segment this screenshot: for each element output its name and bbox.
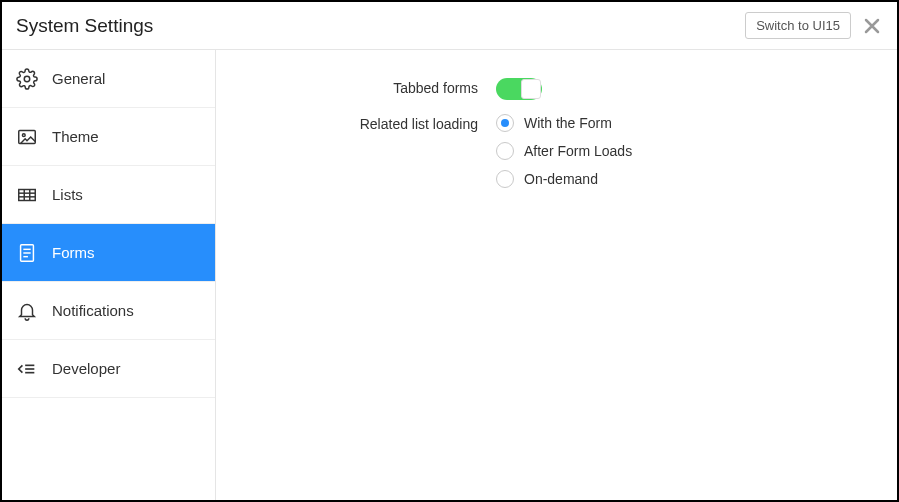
sidebar-item-general[interactable]: General [2, 50, 215, 108]
page-title: System Settings [16, 15, 153, 37]
radio-label: With the Form [524, 115, 612, 131]
code-icon [16, 358, 38, 380]
form-icon [16, 242, 38, 264]
image-icon [16, 126, 38, 148]
sidebar-item-theme[interactable]: Theme [2, 108, 215, 166]
sidebar-item-developer[interactable]: Developer [2, 340, 215, 398]
radio-option-on-demand[interactable]: On-demand [496, 170, 873, 188]
radio-indicator [496, 142, 514, 160]
sidebar-item-notifications[interactable]: Notifications [2, 282, 215, 340]
sidebar-item-label: Notifications [52, 302, 134, 319]
svg-point-0 [24, 76, 30, 82]
radio-label: On-demand [524, 171, 598, 187]
close-icon [862, 16, 882, 36]
sidebar-item-forms[interactable]: Forms [2, 224, 215, 282]
bell-icon [16, 300, 38, 322]
tabbed-forms-row: Tabbed forms [240, 78, 873, 100]
gear-icon [16, 68, 38, 90]
sidebar-item-label: General [52, 70, 105, 87]
related-list-loading-row: Related list loading With the Form After… [240, 114, 873, 188]
sidebar-item-label: Lists [52, 186, 83, 203]
content-panel: Tabbed forms Related list loading With t… [216, 50, 897, 500]
header: System Settings Switch to UI15 [2, 2, 897, 50]
settings-window: System Settings Switch to UI15 General T… [0, 0, 899, 502]
tabbed-forms-toggle[interactable] [496, 78, 542, 100]
body: General Theme Lists Forms [2, 50, 897, 500]
svg-rect-3 [19, 189, 36, 200]
radio-label: After Form Loads [524, 143, 632, 159]
header-actions: Switch to UI15 [745, 12, 883, 39]
related-list-loading-radios: With the Form After Form Loads On-demand [496, 114, 873, 188]
radio-indicator [496, 114, 514, 132]
sidebar: General Theme Lists Forms [2, 50, 216, 500]
sidebar-item-label: Forms [52, 244, 95, 261]
close-button[interactable] [861, 15, 883, 37]
radio-indicator [496, 170, 514, 188]
radio-option-with-form[interactable]: With the Form [496, 114, 873, 132]
tabbed-forms-label: Tabbed forms [240, 78, 496, 96]
sidebar-item-lists[interactable]: Lists [2, 166, 215, 224]
sidebar-item-label: Developer [52, 360, 120, 377]
sidebar-item-label: Theme [52, 128, 99, 145]
svg-point-2 [22, 133, 25, 136]
table-icon [16, 184, 38, 206]
radio-option-after-form-loads[interactable]: After Form Loads [496, 142, 873, 160]
related-list-loading-label: Related list loading [240, 114, 496, 132]
toggle-knob [521, 79, 541, 99]
switch-ui-button[interactable]: Switch to UI15 [745, 12, 851, 39]
